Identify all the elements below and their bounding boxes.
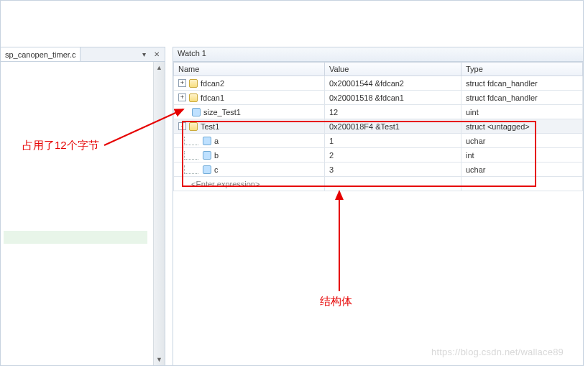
tree-cell: -Test1	[178, 122, 320, 131]
tab-close-icon[interactable]: ✕	[152, 50, 162, 60]
row-name: size_Test1	[203, 108, 241, 116]
enter-expression-row[interactable]: <Enter expression>	[174, 177, 583, 191]
row-type: uchar	[461, 163, 583, 177]
row-value[interactable]: 0x20001518 &fdcan1	[325, 91, 461, 105]
tree-cell: a	[178, 137, 320, 145]
tree-cell: +fdcan1	[178, 93, 320, 102]
expand-icon[interactable]: +	[178, 79, 186, 87]
tab-dropdown-icon[interactable]: ▾	[139, 50, 149, 60]
table-row[interactable]: a1uchar	[174, 134, 583, 148]
row-value[interactable]: 1	[325, 134, 461, 148]
table-row[interactable]: size_Test112uint	[174, 105, 583, 119]
variable-icon	[203, 165, 211, 174]
row-type: uint	[461, 105, 583, 119]
row-name: b	[214, 151, 219, 160]
green-highlight	[4, 231, 147, 244]
tab-spacer	[81, 47, 136, 61]
file-tab-label: sp_canopen_timer.c	[5, 50, 75, 59]
row-type: int	[461, 148, 583, 163]
row-type: struct fdcan_handler	[461, 76, 583, 91]
left-scrollbar[interactable]: ▲ ▼	[153, 62, 165, 365]
struct-icon	[189, 93, 198, 102]
col-value[interactable]: Value	[325, 63, 461, 76]
struct-icon	[189, 122, 198, 131]
struct-icon	[189, 79, 198, 88]
annotation-bottom-text: 结构体	[320, 295, 352, 308]
tab-controls: ▾ ✕	[136, 47, 165, 61]
annotation-left-text: 占用了12个字节	[22, 139, 99, 152]
row-type: struct <untagged>	[461, 119, 583, 134]
row-name: fdcan1	[201, 93, 224, 102]
file-tab[interactable]: sp_canopen_timer.c	[1, 47, 81, 61]
watch-table: Name Value Type +fdcan20x20001544 &fdcan…	[173, 62, 583, 191]
col-type[interactable]: Type	[461, 63, 583, 76]
row-value[interactable]: 12	[325, 105, 461, 119]
watch-panel-title: Watch 1	[173, 47, 583, 62]
table-row[interactable]: -Test10x200018F4 &Test1struct <untagged>	[174, 119, 583, 134]
row-value[interactable]: 2	[325, 148, 461, 163]
expand-icon[interactable]: +	[178, 93, 186, 101]
watermark-text: https://blog.csdn.net/wallace89	[431, 347, 564, 357]
scroll-up-icon[interactable]: ▲	[154, 62, 165, 73]
tree-cell: b	[178, 151, 320, 160]
left-tabbar: sp_canopen_timer.c ▾ ✕	[1, 47, 165, 62]
enter-expression-placeholder[interactable]: <Enter expression>	[178, 180, 320, 188]
col-name[interactable]: Name	[174, 63, 325, 76]
tree-cell: c	[178, 165, 320, 174]
scroll-down-icon[interactable]: ▼	[154, 354, 165, 365]
tree-cell: +fdcan2	[178, 79, 320, 88]
row-name: fdcan2	[201, 79, 224, 88]
variable-icon	[192, 108, 201, 116]
table-row[interactable]: +fdcan10x20001518 &fdcan1struct fdcan_ha…	[174, 91, 583, 105]
collapse-icon[interactable]: -	[178, 122, 186, 130]
variable-icon	[203, 151, 211, 160]
table-row[interactable]: c3uchar	[174, 163, 583, 177]
variable-icon	[203, 137, 211, 145]
row-value[interactable]: 3	[325, 163, 461, 177]
watch-header-row: Name Value Type	[174, 63, 583, 76]
tree-branch-icon	[184, 137, 198, 145]
tree-cell: size_Test1	[178, 108, 320, 116]
row-name: Test1	[201, 122, 219, 131]
top-whitespace	[1, 1, 583, 47]
left-body: ▲ ▼	[1, 62, 165, 365]
table-row[interactable]: b2int	[174, 148, 583, 163]
row-value[interactable]: 0x20001544 &fdcan2	[325, 76, 461, 91]
tree-branch-icon	[184, 151, 198, 160]
watch-panel: Watch 1 Name Value Type +fdcan20x2000154…	[173, 47, 584, 366]
row-name: a	[214, 137, 219, 145]
left-panel: sp_canopen_timer.c ▾ ✕ ▲ ▼	[0, 47, 165, 366]
row-name: c	[214, 165, 219, 174]
row-value[interactable]: 0x200018F4 &Test1	[325, 119, 461, 134]
tree-branch-icon	[184, 165, 198, 174]
row-type: struct fdcan_handler	[461, 91, 583, 105]
row-type: uchar	[461, 134, 583, 148]
table-row[interactable]: +fdcan20x20001544 &fdcan2struct fdcan_ha…	[174, 76, 583, 91]
